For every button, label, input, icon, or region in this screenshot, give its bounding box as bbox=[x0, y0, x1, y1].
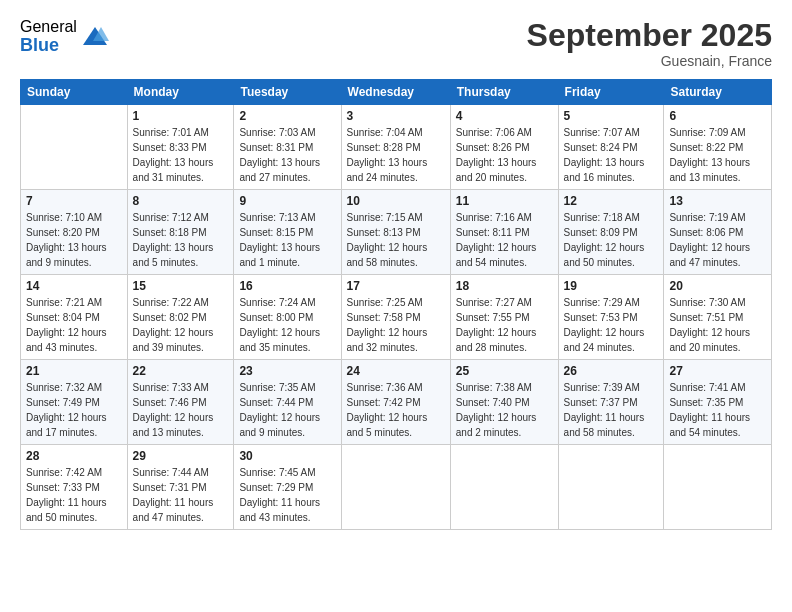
week-row-2: 14Sunrise: 7:21 AMSunset: 8:04 PMDayligh… bbox=[21, 275, 772, 360]
col-sunday: Sunday bbox=[21, 80, 128, 105]
day-number: 11 bbox=[456, 194, 553, 208]
day-number: 24 bbox=[347, 364, 445, 378]
logo-blue: Blue bbox=[20, 36, 77, 56]
cell-w0-d4: 4Sunrise: 7:06 AMSunset: 8:26 PMDaylight… bbox=[450, 105, 558, 190]
day-number: 17 bbox=[347, 279, 445, 293]
day-info: Sunrise: 7:19 AMSunset: 8:06 PMDaylight:… bbox=[669, 210, 766, 270]
day-info: Sunrise: 7:35 AMSunset: 7:44 PMDaylight:… bbox=[239, 380, 335, 440]
day-info: Sunrise: 7:33 AMSunset: 7:46 PMDaylight:… bbox=[133, 380, 229, 440]
cell-w1-d4: 11Sunrise: 7:16 AMSunset: 8:11 PMDayligh… bbox=[450, 190, 558, 275]
cell-w1-d1: 8Sunrise: 7:12 AMSunset: 8:18 PMDaylight… bbox=[127, 190, 234, 275]
cell-w2-d2: 16Sunrise: 7:24 AMSunset: 8:00 PMDayligh… bbox=[234, 275, 341, 360]
week-row-0: 1Sunrise: 7:01 AMSunset: 8:33 PMDaylight… bbox=[21, 105, 772, 190]
day-number: 20 bbox=[669, 279, 766, 293]
cell-w3-d2: 23Sunrise: 7:35 AMSunset: 7:44 PMDayligh… bbox=[234, 360, 341, 445]
logo: General Blue bbox=[20, 18, 109, 55]
cell-w0-d6: 6Sunrise: 7:09 AMSunset: 8:22 PMDaylight… bbox=[664, 105, 772, 190]
day-number: 23 bbox=[239, 364, 335, 378]
cell-w3-d4: 25Sunrise: 7:38 AMSunset: 7:40 PMDayligh… bbox=[450, 360, 558, 445]
cell-w2-d1: 15Sunrise: 7:22 AMSunset: 8:02 PMDayligh… bbox=[127, 275, 234, 360]
day-number: 26 bbox=[564, 364, 659, 378]
cell-w0-d3: 3Sunrise: 7:04 AMSunset: 8:28 PMDaylight… bbox=[341, 105, 450, 190]
col-tuesday: Tuesday bbox=[234, 80, 341, 105]
main-title: September 2025 bbox=[527, 18, 772, 53]
day-number: 8 bbox=[133, 194, 229, 208]
day-number: 2 bbox=[239, 109, 335, 123]
cell-w4-d2: 30Sunrise: 7:45 AMSunset: 7:29 PMDayligh… bbox=[234, 445, 341, 530]
day-number: 15 bbox=[133, 279, 229, 293]
calendar-header: Sunday Monday Tuesday Wednesday Thursday… bbox=[21, 80, 772, 105]
week-row-1: 7Sunrise: 7:10 AMSunset: 8:20 PMDaylight… bbox=[21, 190, 772, 275]
day-info: Sunrise: 7:25 AMSunset: 7:58 PMDaylight:… bbox=[347, 295, 445, 355]
cell-w0-d2: 2Sunrise: 7:03 AMSunset: 8:31 PMDaylight… bbox=[234, 105, 341, 190]
day-info: Sunrise: 7:44 AMSunset: 7:31 PMDaylight:… bbox=[133, 465, 229, 525]
cell-w2-d4: 18Sunrise: 7:27 AMSunset: 7:55 PMDayligh… bbox=[450, 275, 558, 360]
calendar-table: Sunday Monday Tuesday Wednesday Thursday… bbox=[20, 79, 772, 530]
day-info: Sunrise: 7:15 AMSunset: 8:13 PMDaylight:… bbox=[347, 210, 445, 270]
header-row: Sunday Monday Tuesday Wednesday Thursday… bbox=[21, 80, 772, 105]
day-info: Sunrise: 7:18 AMSunset: 8:09 PMDaylight:… bbox=[564, 210, 659, 270]
cell-w1-d3: 10Sunrise: 7:15 AMSunset: 8:13 PMDayligh… bbox=[341, 190, 450, 275]
cell-w4-d3 bbox=[341, 445, 450, 530]
cell-w3-d3: 24Sunrise: 7:36 AMSunset: 7:42 PMDayligh… bbox=[341, 360, 450, 445]
day-number: 30 bbox=[239, 449, 335, 463]
day-info: Sunrise: 7:16 AMSunset: 8:11 PMDaylight:… bbox=[456, 210, 553, 270]
day-info: Sunrise: 7:36 AMSunset: 7:42 PMDaylight:… bbox=[347, 380, 445, 440]
day-info: Sunrise: 7:01 AMSunset: 8:33 PMDaylight:… bbox=[133, 125, 229, 185]
header: General Blue September 2025 Guesnain, Fr… bbox=[20, 18, 772, 69]
logo-general: General bbox=[20, 18, 77, 36]
day-info: Sunrise: 7:13 AMSunset: 8:15 PMDaylight:… bbox=[239, 210, 335, 270]
week-row-4: 28Sunrise: 7:42 AMSunset: 7:33 PMDayligh… bbox=[21, 445, 772, 530]
page: General Blue September 2025 Guesnain, Fr… bbox=[0, 0, 792, 612]
day-number: 18 bbox=[456, 279, 553, 293]
day-info: Sunrise: 7:07 AMSunset: 8:24 PMDaylight:… bbox=[564, 125, 659, 185]
day-info: Sunrise: 7:38 AMSunset: 7:40 PMDaylight:… bbox=[456, 380, 553, 440]
cell-w1-d2: 9Sunrise: 7:13 AMSunset: 8:15 PMDaylight… bbox=[234, 190, 341, 275]
day-number: 27 bbox=[669, 364, 766, 378]
cell-w3-d5: 26Sunrise: 7:39 AMSunset: 7:37 PMDayligh… bbox=[558, 360, 664, 445]
day-number: 9 bbox=[239, 194, 335, 208]
cell-w2-d6: 20Sunrise: 7:30 AMSunset: 7:51 PMDayligh… bbox=[664, 275, 772, 360]
day-number: 14 bbox=[26, 279, 122, 293]
day-number: 10 bbox=[347, 194, 445, 208]
cell-w0-d0 bbox=[21, 105, 128, 190]
day-info: Sunrise: 7:42 AMSunset: 7:33 PMDaylight:… bbox=[26, 465, 122, 525]
col-friday: Friday bbox=[558, 80, 664, 105]
day-number: 25 bbox=[456, 364, 553, 378]
cell-w4-d1: 29Sunrise: 7:44 AMSunset: 7:31 PMDayligh… bbox=[127, 445, 234, 530]
day-number: 16 bbox=[239, 279, 335, 293]
day-number: 7 bbox=[26, 194, 122, 208]
day-info: Sunrise: 7:41 AMSunset: 7:35 PMDaylight:… bbox=[669, 380, 766, 440]
day-number: 3 bbox=[347, 109, 445, 123]
subtitle: Guesnain, France bbox=[527, 53, 772, 69]
day-info: Sunrise: 7:22 AMSunset: 8:02 PMDaylight:… bbox=[133, 295, 229, 355]
cell-w2-d5: 19Sunrise: 7:29 AMSunset: 7:53 PMDayligh… bbox=[558, 275, 664, 360]
day-info: Sunrise: 7:29 AMSunset: 7:53 PMDaylight:… bbox=[564, 295, 659, 355]
cell-w4-d5 bbox=[558, 445, 664, 530]
cell-w0-d1: 1Sunrise: 7:01 AMSunset: 8:33 PMDaylight… bbox=[127, 105, 234, 190]
day-info: Sunrise: 7:32 AMSunset: 7:49 PMDaylight:… bbox=[26, 380, 122, 440]
cell-w2-d0: 14Sunrise: 7:21 AMSunset: 8:04 PMDayligh… bbox=[21, 275, 128, 360]
cell-w3-d1: 22Sunrise: 7:33 AMSunset: 7:46 PMDayligh… bbox=[127, 360, 234, 445]
cell-w0-d5: 5Sunrise: 7:07 AMSunset: 8:24 PMDaylight… bbox=[558, 105, 664, 190]
week-row-3: 21Sunrise: 7:32 AMSunset: 7:49 PMDayligh… bbox=[21, 360, 772, 445]
day-number: 12 bbox=[564, 194, 659, 208]
logo-text: General Blue bbox=[20, 18, 77, 55]
title-section: September 2025 Guesnain, France bbox=[527, 18, 772, 69]
day-info: Sunrise: 7:24 AMSunset: 8:00 PMDaylight:… bbox=[239, 295, 335, 355]
day-number: 21 bbox=[26, 364, 122, 378]
col-thursday: Thursday bbox=[450, 80, 558, 105]
day-info: Sunrise: 7:30 AMSunset: 7:51 PMDaylight:… bbox=[669, 295, 766, 355]
col-saturday: Saturday bbox=[664, 80, 772, 105]
logo-icon bbox=[81, 23, 109, 51]
cell-w3-d0: 21Sunrise: 7:32 AMSunset: 7:49 PMDayligh… bbox=[21, 360, 128, 445]
day-info: Sunrise: 7:06 AMSunset: 8:26 PMDaylight:… bbox=[456, 125, 553, 185]
cell-w4-d6 bbox=[664, 445, 772, 530]
day-number: 29 bbox=[133, 449, 229, 463]
day-number: 28 bbox=[26, 449, 122, 463]
day-number: 19 bbox=[564, 279, 659, 293]
cell-w2-d3: 17Sunrise: 7:25 AMSunset: 7:58 PMDayligh… bbox=[341, 275, 450, 360]
day-info: Sunrise: 7:21 AMSunset: 8:04 PMDaylight:… bbox=[26, 295, 122, 355]
calendar-body: 1Sunrise: 7:01 AMSunset: 8:33 PMDaylight… bbox=[21, 105, 772, 530]
day-info: Sunrise: 7:10 AMSunset: 8:20 PMDaylight:… bbox=[26, 210, 122, 270]
